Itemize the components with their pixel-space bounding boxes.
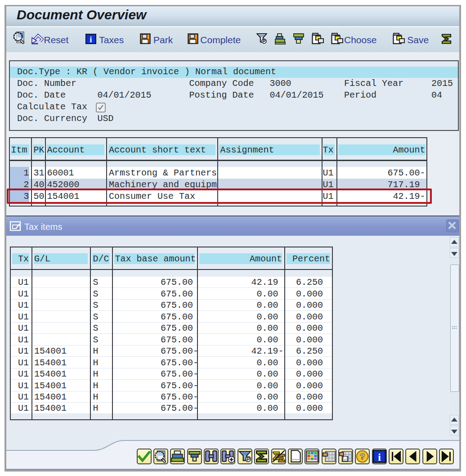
svg-text:i: i bbox=[90, 35, 92, 44]
svg-text:i: i bbox=[378, 451, 381, 463]
svg-text:?: ? bbox=[360, 452, 365, 461]
